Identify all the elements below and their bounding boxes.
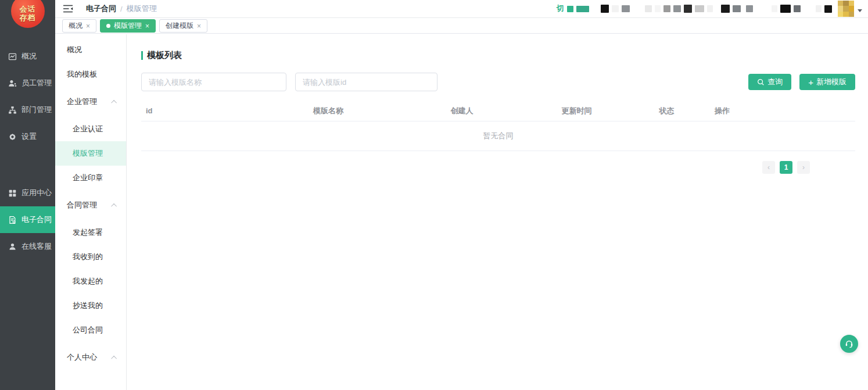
redacted-block (772, 5, 777, 12)
submenu-item-cc-me[interactable]: 抄送我的 (55, 294, 126, 318)
submenu-item-enterprise-auth[interactable]: 企业认证 (55, 117, 126, 141)
tab-template-management[interactable]: 模版管理 × (100, 19, 156, 33)
template-id-input[interactable] (295, 73, 437, 91)
redacted-block (673, 5, 681, 12)
submenu-label: 发起签署 (73, 227, 103, 238)
redacted-block (721, 5, 730, 13)
close-icon[interactable]: × (86, 22, 90, 30)
user-avatar[interactable] (838, 1, 854, 17)
empty-state-text: 暂无合同 (483, 131, 514, 141)
tab-label: 模版管理 (114, 21, 142, 31)
sidebar-item-departments[interactable]: 部门管理 (0, 96, 55, 123)
topbar-right-cluster: 切 (557, 1, 862, 17)
sidebar-item-e-contract[interactable]: 电子合同 (0, 206, 55, 233)
sidebar-item-employees[interactable]: 员工管理 (0, 70, 55, 96)
page-title: 模板列表 (141, 50, 868, 61)
add-template-label: 新增模版 (816, 77, 847, 87)
chevron-down-icon[interactable] (858, 9, 862, 12)
secondary-sidebar: 概况 我的模板 企业管理 企业认证 模版管理 企业印章 合同管理 发起签署 我收… (55, 34, 127, 390)
redacted-block (622, 5, 630, 12)
submenu-group-contract[interactable]: 合同管理 (55, 193, 126, 217)
submenu-label: 企业印章 (73, 173, 103, 183)
app-logo: 会话 存档 (11, 0, 45, 28)
page-title-text: 模板列表 (147, 50, 182, 61)
tab-label: 创建模版 (166, 21, 193, 31)
topbar: 电子合同 / 模版管理 切 (55, 0, 868, 18)
sidebar-item-label: 在线客服 (21, 241, 52, 252)
pagination-page-1[interactable]: 1 (780, 161, 792, 174)
empty-state: 暂无合同 (141, 121, 855, 151)
pagination: ‹ 1 › (141, 161, 855, 174)
sidebar-item-overview[interactable]: 概况 (0, 43, 55, 70)
contract-icon (8, 215, 17, 224)
template-name-input[interactable] (141, 73, 286, 91)
chevron-up-icon (111, 355, 117, 361)
submenu-group-personal-center[interactable]: 个人中心 (55, 345, 126, 370)
app-root: 会话 存档 概况 员工管理 (0, 0, 868, 390)
pagination-prev-button[interactable]: ‹ (762, 161, 775, 174)
main-content: 模板列表 查询 + 新增模版 id 模版名称 创建人 更新时间 (127, 34, 868, 390)
submenu-item-initiated[interactable]: 我发起的 (55, 269, 126, 294)
sidebar-item-settings[interactable]: 设置 (0, 123, 55, 150)
submenu-item-overview[interactable]: 概况 (55, 38, 126, 62)
submenu-label: 我发起的 (73, 276, 103, 287)
close-icon[interactable]: × (197, 22, 201, 30)
col-header-actions: 操作 (691, 106, 855, 116)
submenu-label: 企业认证 (73, 124, 103, 134)
breadcrumb-separator: / (120, 5, 123, 13)
sidebar-item-label: 概况 (21, 51, 37, 62)
sidebar-item-online-support[interactable]: 在线客服 (0, 233, 55, 260)
redacted-block (746, 5, 753, 12)
redacted-block (794, 5, 801, 12)
chevron-up-icon (111, 203, 117, 209)
submenu-item-my-templates[interactable]: 我的模板 (55, 62, 126, 87)
breadcrumb-current: 模版管理 (127, 3, 157, 14)
employees-icon (8, 78, 17, 88)
plus-icon: + (808, 78, 813, 87)
submenu-label: 抄送我的 (73, 300, 103, 311)
apps-icon (8, 188, 17, 198)
sidebar-item-label: 应用中心 (21, 188, 52, 198)
sidebar-item-label: 员工管理 (21, 78, 52, 88)
redacted-block (707, 5, 713, 12)
open-tabs-bar: 概况 × 模版管理 × 创建模版 × (55, 19, 868, 34)
col-header-template-name: 模版名称 (244, 106, 413, 116)
submenu-group-enterprise[interactable]: 企业管理 (55, 90, 126, 114)
submenu-label: 公司合同 (73, 325, 103, 335)
redacted-block (695, 5, 704, 12)
submenu-item-received[interactable]: 我收到的 (55, 245, 126, 269)
pagination-next-button[interactable]: › (797, 161, 810, 174)
tab-overview[interactable]: 概况 × (62, 19, 96, 33)
primary-sidebar: 会话 存档 概况 员工管理 (0, 0, 55, 390)
submenu-label: 概况 (67, 45, 82, 55)
redacted-block (576, 6, 589, 12)
col-header-creator: 创建人 (413, 106, 511, 116)
submenu-label: 个人中心 (67, 352, 97, 363)
redacted-block (733, 5, 741, 12)
tab-create-template[interactable]: 创建模版 × (159, 19, 207, 33)
redacted-block (824, 5, 832, 13)
submenu-item-initiate-sign[interactable]: 发起签署 (55, 220, 126, 245)
title-accent-bar (141, 51, 143, 60)
customer-service-fab[interactable] (840, 335, 858, 353)
query-button[interactable]: 查询 (748, 74, 791, 90)
close-icon[interactable]: × (145, 22, 149, 30)
submenu-label: 我收到的 (73, 252, 103, 262)
switch-enterprise-label[interactable]: 切 (557, 3, 564, 14)
headset-icon (844, 338, 855, 349)
departments-icon (8, 105, 17, 115)
breadcrumb-root[interactable]: 电子合同 (86, 3, 116, 14)
support-icon (8, 242, 17, 251)
template-table: id 模版名称 创建人 更新时间 状态 操作 暂无合同 ‹ 1 › (141, 101, 855, 174)
sidebar-item-label: 部门管理 (21, 105, 52, 115)
sidebar-item-app-center[interactable]: 应用中心 (0, 180, 55, 206)
submenu-item-company-contracts[interactable]: 公司合同 (55, 318, 126, 342)
redacted-block (684, 5, 692, 13)
submenu-item-enterprise-seal[interactable]: 企业印章 (55, 166, 126, 190)
submenu-item-template-management[interactable]: 模版管理 (55, 141, 126, 166)
redacted-block (612, 5, 619, 12)
collapse-menu-icon[interactable] (63, 5, 73, 13)
redacted-block (780, 5, 791, 13)
col-header-id: id (141, 106, 244, 115)
add-template-button[interactable]: + 新增模版 (799, 74, 855, 90)
